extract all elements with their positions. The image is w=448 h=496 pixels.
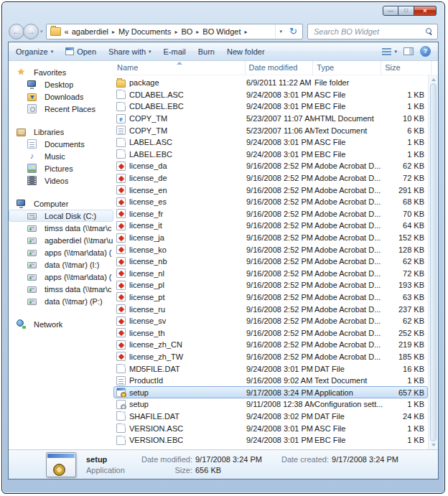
sidebar-item-label: Desktop [45, 80, 73, 89]
file-type: Adobe Acrobat D... [314, 329, 383, 337]
table-row[interactable]: COPY_TM5/23/2007 11:07 AMHTML Document10… [113, 113, 428, 125]
close-button[interactable]: × [414, 6, 437, 16]
breadcrumb-item[interactable]: agaberdiel▸ [72, 27, 118, 36]
preview-pane-icon[interactable] [403, 47, 414, 55]
sidebar-item[interactable]: Local Disk (C:) [9, 210, 113, 222]
table-row[interactable]: license_zh_CN9/16/2008 2:52 PMAdobe Acro… [113, 339, 428, 351]
file-type: Adobe Acrobat D... [314, 340, 383, 349]
sidebar-item[interactable]: data (\\tmar) (I:) [9, 258, 113, 271]
help-icon[interactable]: ? [420, 46, 431, 57]
table-row[interactable]: license_fr9/16/2008 2:52 PMAdobe Acrobat… [113, 208, 428, 220]
file-size: 252 KB [383, 329, 430, 337]
sidebar-item[interactable]: Videos [9, 174, 113, 187]
sidebar-item-libraries[interactable]: Libraries [9, 126, 113, 138]
minimize-button[interactable]: — [383, 6, 398, 16]
sidebar-item[interactable]: Pictures [9, 162, 113, 174]
sidebar-item-label: Pictures [45, 164, 73, 173]
table-row[interactable]: license_en9/16/2008 2:52 PMAdobe Acrobat… [113, 184, 428, 196]
table-row[interactable]: MD5FILE.DAT9/24/2008 3:01 PMDAT File16 K… [113, 362, 428, 375]
sidebar-item[interactable]: agaberdiel (\\tmar\u [9, 234, 113, 246]
breadcrumb-item[interactable]: BO▸ [181, 27, 202, 36]
scrollbar-thumb[interactable] [430, 83, 437, 441]
table-row[interactable]: package6/9/2011 11:22 AMFile folder [113, 77, 428, 89]
forward-button[interactable]: → [23, 24, 39, 39]
sidebar-item[interactable]: Downloads [9, 90, 113, 103]
chevron-down-icon: ▾ [394, 49, 397, 55]
sidebar-item[interactable]: Documents [9, 138, 113, 150]
sidebar-item[interactable]: Desktop [9, 78, 113, 90]
burn-button[interactable]: Burn [198, 47, 215, 56]
sidebar-item[interactable]: timss data (\\tmar\c [9, 283, 113, 295]
views-button[interactable]: ▾ [382, 48, 397, 55]
sidebar-item[interactable]: Music [9, 150, 113, 162]
table-row[interactable]: license_it9/16/2008 2:52 PMAdobe Acrobat… [113, 220, 428, 232]
recent-pages-dropdown-icon[interactable]: ▾ [40, 29, 43, 34]
pdf-icon [116, 268, 126, 278]
column-header-date-modified[interactable]: Date modified [246, 61, 314, 75]
chevron-down-icon: ▾ [149, 49, 151, 55]
sidebar-item[interactable]: Recent Places [9, 103, 113, 115]
file-type: Adobe Acrobat D... [314, 186, 383, 195]
breadcrumb-overflow-chevron[interactable]: « [65, 27, 69, 36]
maximize-button[interactable]: □ [398, 6, 414, 16]
table-row[interactable]: license_nb9/16/2008 2:52 PMAdobe Acrobat… [113, 256, 428, 268]
table-row[interactable]: license_zh_TW9/16/2008 2:52 PMAdobe Acro… [113, 351, 428, 363]
table-row[interactable]: license_ja9/16/2008 2:52 PMAdobe Acrobat… [113, 232, 428, 244]
search-input[interactable] [312, 27, 426, 37]
table-row[interactable]: setup9/11/2008 12:38 AMConfiguration set… [113, 398, 428, 411]
table-row[interactable]: license_nl9/16/2008 2:52 PMAdobe Acrobat… [113, 268, 428, 280]
table-row[interactable]: setup9/17/2008 3:24 PMApplication657 KB [113, 386, 428, 398]
address-dropdown-icon[interactable]: ▾ [275, 24, 287, 39]
column-header-size[interactable]: Size [381, 61, 431, 75]
refresh-icon[interactable]: ↻ [286, 24, 300, 39]
email-button[interactable]: E-mail [164, 47, 186, 56]
breadcrumb-item[interactable]: My Documents▸ [118, 27, 181, 36]
table-row[interactable]: SHAFILE.DAT9/24/2008 3:02 PMDAT File24 K… [113, 411, 428, 423]
table-row[interactable]: license_sv9/16/2008 2:52 PMAdobe Acrobat… [113, 315, 428, 327]
table-row[interactable]: license_th9/16/2008 2:52 PMAdobe Acrobat… [113, 327, 428, 339]
back-button[interactable]: ← [9, 24, 24, 39]
table-row[interactable]: LABEL.ASC9/24/2008 3:01 PMASC File1 KB [113, 136, 428, 149]
breadcrumb-item[interactable]: BO Widget▸ [202, 27, 251, 36]
table-row[interactable]: license_ko9/16/2008 2:52 PMAdobe Acrobat… [113, 243, 428, 256]
scroll-up-icon[interactable] [431, 78, 436, 81]
file-type: Application [314, 388, 383, 397]
file-date-modified: 9/16/2008 2:52 PM [246, 210, 314, 218]
text-icon [116, 126, 126, 135]
sidebar-item[interactable]: data (\\tmar) (P:) [9, 295, 113, 307]
vertical-scrollbar[interactable] [428, 75, 438, 449]
table-row[interactable]: VERSION.EBC9/24/2008 3:01 PMEBC File1 KB [113, 434, 428, 446]
organize-button[interactable]: Organize ▾ [16, 47, 53, 56]
file-date-modified: 9/16/2008 2:52 PM [246, 352, 314, 361]
file-type: EBC File [314, 150, 383, 159]
sidebar-item[interactable]: apps (\\tmar\data) ( [9, 271, 113, 283]
file-type: Adobe Acrobat D... [314, 221, 383, 230]
videos-icon [27, 176, 37, 185]
sidebar-item[interactable]: apps (\\tmar\data) ( [9, 246, 113, 258]
table-row[interactable]: license_es9/16/2008 2:52 PMAdobe Acrobat… [113, 196, 428, 208]
search-icon[interactable] [426, 28, 433, 35]
table-row[interactable]: license_de9/16/2008 2:52 PMAdobe Acrobat… [113, 172, 428, 184]
file-list-body: package6/9/2011 11:22 AMFile folderCDLAB… [113, 75, 438, 449]
address-bar[interactable]: « agaberdiel▸My Documents▸BO▸BO Widget▸ … [46, 24, 303, 39]
table-row[interactable]: license_pl9/16/2008 2:52 PMAdobe Acrobat… [113, 279, 428, 291]
sidebar-item-favorites[interactable]: Favorites [9, 66, 113, 78]
new-folder-button[interactable]: New folder [227, 47, 265, 56]
column-header-type[interactable]: Type [313, 61, 381, 75]
table-row[interactable]: LABEL.EBC9/24/2008 3:01 PMEBC File1 KB [113, 149, 428, 161]
open-button[interactable]: Open [65, 47, 96, 56]
table-row[interactable]: CDLABEL.EBC9/24/2008 3:01 PMEBC File1 KB [113, 100, 428, 113]
scroll-down-icon[interactable] [431, 444, 436, 446]
table-row[interactable]: COPY_TM5/23/2007 11:06 AMText Document6 … [113, 124, 428, 136]
sidebar-item-network[interactable]: Network [9, 318, 113, 330]
sidebar-item[interactable]: timss data (\\tmar\c [9, 222, 113, 234]
sidebar-item-computer[interactable]: Computer [9, 197, 113, 210]
table-row[interactable]: license_da9/16/2008 2:52 PMAdobe Acrobat… [113, 160, 428, 172]
table-row[interactable]: ProductId9/16/2008 9:02 AMText Document1… [113, 375, 428, 387]
table-row[interactable]: VERSION.ASC9/24/2008 3:01 PMASC File1 KB [113, 422, 428, 434]
share-with-button[interactable]: Share with ▾ [108, 47, 151, 56]
table-row[interactable]: CDLABEL.ASC9/24/2008 3:01 PMASC File1 KB [113, 89, 428, 101]
table-row[interactable]: license_ru9/16/2008 2:52 PMAdobe Acrobat… [113, 303, 428, 315]
sidebar-item-label: timss data (\\tmar\c [45, 285, 112, 294]
table-row[interactable]: license_pt9/16/2008 2:52 PMAdobe Acrobat… [113, 291, 428, 304]
